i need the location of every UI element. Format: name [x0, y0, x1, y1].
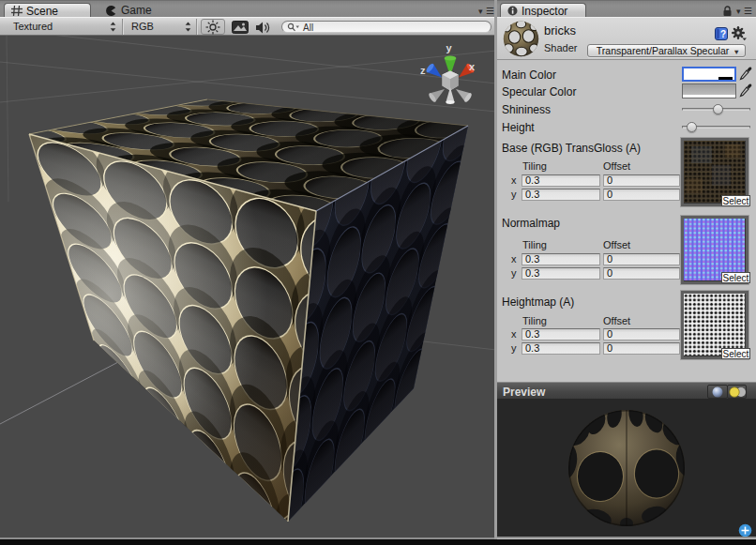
- svg-text:z: z: [420, 65, 426, 76]
- svg-text:?: ?: [720, 29, 726, 39]
- svg-text:x: x: [469, 61, 476, 72]
- svg-text:y: y: [446, 42, 453, 53]
